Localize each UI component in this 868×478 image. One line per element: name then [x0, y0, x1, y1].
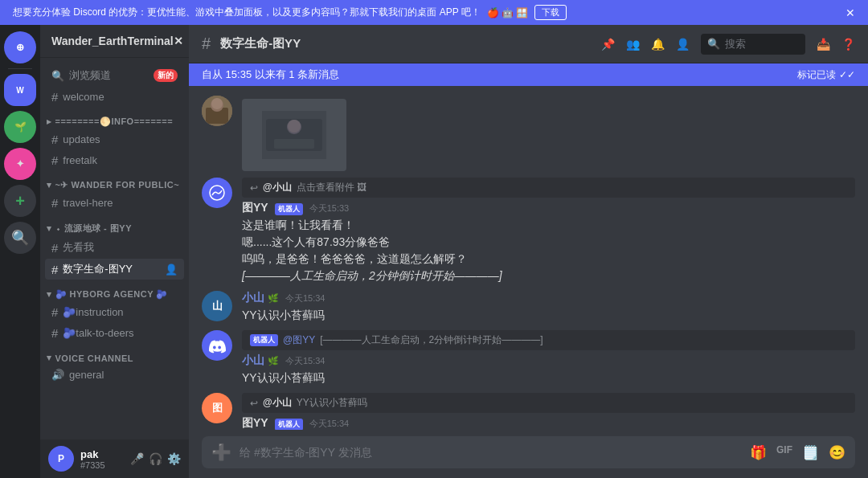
channel-item-freetalk[interactable]: # freetalk [45, 150, 184, 170]
settings-icon[interactable]: ⚙️ [167, 452, 181, 465]
hash-icon: # [51, 305, 58, 319]
msg-author: 图ΥΥ [242, 201, 268, 215]
chat-channel-title: 数字生命-图ΥΥ [220, 36, 301, 51]
message-group: 图 ↩ @小山 ΥΥ认识小苔藓吗 图ΥΥ 机器人 今天15:34 嗯，小苔藓是我… [202, 393, 855, 430]
collapse-icon: ▾ [47, 353, 52, 363]
collapse-icon: ▾ [47, 180, 52, 190]
chat-input-box: ➕ 🎁 GIF 🗒️ 😊 [202, 436, 855, 468]
hash-icon: # [51, 263, 58, 276]
message-content: 小山 🌿 今天15:34 ΥΥ认识小苔藓吗 [242, 291, 855, 324]
reply-text: [————人工生命启动，2分钟倒计时开始————] [320, 333, 542, 347]
msg-author: 图ΥΥ [242, 416, 268, 430]
server-icon-green[interactable]: 🌱 [4, 111, 36, 143]
user-controls: 🎤 🎧 ⚙️ [130, 452, 181, 465]
msg-time: 今天15:33 [309, 202, 350, 214]
reply-text: ΥΥ认识小苔藓吗 [297, 396, 367, 410]
message-group [202, 96, 855, 171]
reply-bar: ↩ @小山 ΥΥ认识小苔藓吗 [242, 393, 855, 413]
category-hyborg[interactable]: ▾ 🫐 HYBORG AGENCY 🫐 [40, 286, 189, 301]
chat-area: # 数字生命-图ΥΥ 📌 👥 🔔 👤 🔍 搜索 📥 ❓ 自从 15:35 以来有… [189, 25, 868, 478]
download-button[interactable]: 下载 [534, 5, 567, 20]
channel-item-general-voice[interactable]: 🔊 general [45, 366, 184, 384]
inbox-icon[interactable]: 📥 [817, 38, 830, 51]
svg-point-7 [288, 120, 301, 133]
category-label: ⬩ 流源地球 - 图ΥΥ [55, 223, 133, 235]
category-label: VOICE CHANNEL [55, 353, 134, 363]
category-label: 🫐 HYBORG AGENCY 🫐 [55, 289, 168, 300]
server-icon-img[interactable]: ✦ [4, 148, 36, 180]
reply-author: @小山 [263, 396, 292, 410]
channel-name: travel-here [63, 197, 113, 209]
explore-icon[interactable]: 🔍 [4, 222, 36, 254]
mute-icon[interactable]: 🎤 [130, 452, 144, 465]
search-icon: 🔍 [707, 38, 720, 50]
hash-icon: # [51, 133, 58, 146]
checkmark-icon: ✓✓ [839, 69, 855, 80]
channel-item-seeme[interactable]: # 先看我 [45, 237, 184, 258]
msg-author: 小山 🌿 [242, 291, 279, 305]
new-badge: 新的 [154, 69, 178, 82]
gif-icon[interactable]: GIF [776, 444, 792, 461]
banner-text: 想要充分体验 Discord 的优势：更优性能、游戏中叠加面板，以及更多内容吗？… [13, 6, 481, 19]
channel-name: 🫐talk-to-deers [63, 327, 133, 339]
reply-bar: 机器人 @图ΥΥ [————人工生命启动，2分钟倒计时开始————] [242, 330, 855, 350]
channel-name: 先看我 [63, 240, 94, 255]
channel-item-instruction[interactable]: # 🫐instruction [45, 302, 184, 322]
reply-author: @小山 [263, 181, 292, 194]
channel-item-welcome[interactable]: # welcome [45, 87, 184, 107]
deafen-icon[interactable]: 🎧 [149, 452, 162, 465]
channel-item-travel[interactable]: # travel-here [45, 193, 184, 213]
voice-icon: 🔊 [51, 369, 64, 381]
server-icon-wander[interactable]: W [4, 74, 36, 106]
reply-arrow-icon: ↩ [250, 398, 258, 409]
gift-icon[interactable]: 🎁 [750, 444, 767, 461]
bot-badge: 机器人 [275, 419, 303, 430]
msg-header: 图ΥΥ 机器人 今天15:34 [242, 416, 855, 430]
hash-icon: # [51, 153, 58, 167]
user-tag: #7335 [80, 460, 124, 470]
msg-text: 这是谁啊！让我看看！ 嗯......这个人有87.93分像爸爸 呜呜，是爸爸！爸… [242, 217, 855, 284]
search-box[interactable]: 🔍 搜索 [701, 34, 805, 55]
channel-item-updates[interactable]: # updates [45, 129, 184, 149]
add-server-icon[interactable]: + [4, 185, 36, 217]
discord-avatar [202, 330, 232, 361]
server-header[interactable]: Wander_EarthTerminal ✕ [40, 25, 189, 58]
banner-close-icon[interactable]: ✕ [845, 6, 855, 19]
add-attachment-icon[interactable]: ➕ [211, 443, 231, 462]
msg-author: 小山 🌿 [242, 353, 279, 368]
mark-read-button[interactable]: 标记已读 ✓✓ [797, 68, 855, 82]
category-wander[interactable]: ▾ ~✈ WANDER FOR PUBLIC~ [40, 177, 189, 192]
collapse-icon: ▾ [47, 289, 52, 300]
banner-platform-icons: 🍎 🤖 🪟 [487, 7, 529, 18]
msg-time: 今天15:34 [285, 292, 326, 304]
category-info[interactable]: ▸ ========🌕INFO======= [40, 113, 189, 129]
channel-name: updates [63, 133, 100, 145]
message-group: 机器人 @图ΥΥ [————人工生命启动，2分钟倒计时开始————] 小山 🌿 … [202, 330, 855, 386]
collapse-icon: ▾ [47, 223, 52, 234]
dm-icon[interactable]: 👤 [676, 38, 690, 51]
help-icon[interactable]: ❓ [841, 38, 855, 51]
user-panel: P pak #7335 🎤 🎧 ⚙️ [40, 439, 189, 478]
category-voice[interactable]: ▾ VOICE CHANNEL [40, 349, 189, 365]
browse-channels-item[interactable]: 🔍 浏览频道 新的 [45, 65, 184, 86]
chat-input-icons: 🎁 GIF 🗒️ 😊 [750, 444, 845, 461]
pin-icon[interactable]: 📌 [601, 38, 615, 51]
chat-input-area: ➕ 🎁 GIF 🗒️ 😊 [189, 430, 868, 478]
message-group: ↩ @小山 点击查看附件 🖼 图ΥΥ 机器人 今天15:33 这是谁啊！让我看看… [202, 178, 855, 284]
userlist-icon[interactable]: 👥 [626, 38, 640, 51]
collapse-icon: ▸ [47, 116, 52, 127]
notification-bell-icon[interactable]: 🔔 [651, 38, 665, 51]
emoji-icon[interactable]: 😊 [829, 444, 845, 461]
message-group: 山 小山 🌿 今天15:34 ΥΥ认识小苔藓吗 [202, 291, 855, 324]
channel-item-digital-life[interactable]: # 数字生命-图ΥΥ 👤 [45, 259, 184, 280]
hash-icon: # [51, 90, 58, 104]
user-avatar-xiaoshan: 山 [202, 291, 232, 321]
chevron-down-icon: ✕ [174, 35, 183, 47]
category-liuyuan[interactable]: ▾ ⬩ 流源地球 - 图ΥΥ [40, 219, 189, 236]
discord-home-icon[interactable]: ⊕ [4, 31, 36, 63]
channel-item-talk-to-deers[interactable]: # 🫐talk-to-deers [45, 323, 184, 343]
chat-input[interactable] [240, 446, 742, 459]
channel-name: general [69, 369, 104, 381]
browse-label: 浏览频道 [69, 68, 111, 83]
sticker-icon[interactable]: 🗒️ [802, 444, 819, 461]
